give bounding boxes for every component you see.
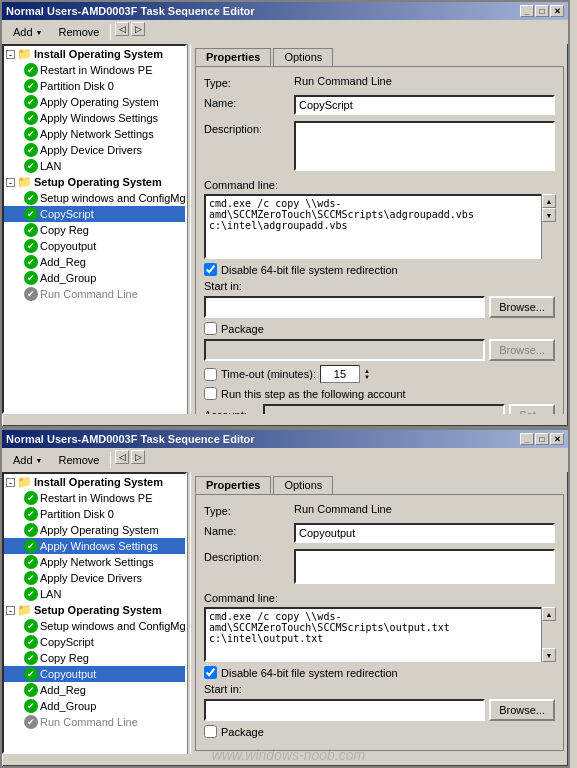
tree-item-w1-1[interactable]: ✔ Partition Disk 0 xyxy=(4,78,185,94)
tree-item-w2-2[interactable]: ✔ Apply Operating System xyxy=(4,522,185,538)
scroll-down-1[interactable]: ▼ xyxy=(542,208,556,222)
tree-item-label-w1-g2-5: Add_Group xyxy=(40,272,96,284)
toolbar-icon-2a[interactable]: ◁ xyxy=(115,450,129,464)
description-label-2: Description: xyxy=(204,549,294,563)
timeout-input-1[interactable] xyxy=(320,365,360,383)
tree-item-w1-4[interactable]: ✔ Apply Network Settings xyxy=(4,126,185,142)
browse2-btn-1[interactable]: Browse... xyxy=(489,339,555,361)
toolbar-2: Add ▼ Remove ◁ ▷ xyxy=(2,448,568,472)
tree-item-w1-g2-6[interactable]: ✔ Run Command Line xyxy=(4,286,185,302)
maximize-btn-2[interactable]: □ xyxy=(535,433,549,445)
add-menu-2[interactable]: Add ▼ xyxy=(6,450,50,470)
expander-g2[interactable]: - xyxy=(6,178,15,187)
expander-2-g2[interactable]: - xyxy=(6,606,15,615)
runas-checkbox-1[interactable] xyxy=(204,387,217,400)
scroll-down-2[interactable]: ▼ xyxy=(542,648,556,662)
cmdline-wrapper-2: cmd.exe /c copy \\wds-amd\SCCMZeroTouch\… xyxy=(204,607,555,662)
tree-panel-1[interactable]: - 📁 Install Operating System ✔ Restart i… xyxy=(2,44,187,414)
status-icon-w2-g2-4: ✔ xyxy=(24,683,38,697)
set-btn-1[interactable]: Set... xyxy=(509,404,555,414)
toolbar-icon-1b[interactable]: ▷ xyxy=(131,22,145,36)
tree-group2-1-label: Install Operating System xyxy=(34,476,163,488)
maximize-btn-1[interactable]: □ xyxy=(535,5,549,17)
close-btn-2[interactable]: ✕ xyxy=(550,433,564,445)
tree-item-w1-0[interactable]: ✔ Restart in Windows PE xyxy=(4,62,185,78)
tree-panel-2[interactable]: - 📁 Install Operating System ✔ Restart i… xyxy=(2,472,187,754)
toolbar-icon-1a[interactable]: ◁ xyxy=(115,22,129,36)
timeout-row-1: Time-out (minutes): ▲▼ xyxy=(204,365,555,383)
runas-row-1: Run this step as the following account xyxy=(204,387,555,400)
tree-item-w2-3[interactable]: ✔ Apply Windows Settings xyxy=(4,538,185,554)
tab-options-2[interactable]: Options xyxy=(273,476,333,494)
name-input-2[interactable] xyxy=(294,523,555,543)
toolbar-icon-2b[interactable]: ▷ xyxy=(131,450,145,464)
tree-item-w1-g2-5[interactable]: ✔ Add_Group xyxy=(4,270,185,286)
browse-btn-1[interactable]: Browse... xyxy=(489,296,555,318)
disable64-checkbox-1[interactable] xyxy=(204,263,217,276)
tab-options-1[interactable]: Options xyxy=(273,48,333,66)
scroll-up-1[interactable]: ▲ xyxy=(542,194,556,208)
tree-item-w2-g2-5[interactable]: ✔ Add_Group xyxy=(4,698,185,714)
tree-group2-2-label: Setup Operating System xyxy=(34,604,162,616)
description-input-1[interactable] xyxy=(294,121,555,171)
tree-item-w1-g2-2[interactable]: ✔ Copy Reg xyxy=(4,222,185,238)
cmdline-area-2[interactable]: cmd.exe /c copy \\wds-amd\SCCMZeroTouch\… xyxy=(204,607,555,662)
tree-item-label-w1-0: Restart in Windows PE xyxy=(40,64,152,76)
tree-item-w1-g2-0[interactable]: ✔ Setup windows and ConfigMgr xyxy=(4,190,185,206)
status-icon-w1-2: ✔ xyxy=(24,95,38,109)
close-btn-1[interactable]: ✕ xyxy=(550,5,564,17)
tab-properties-1[interactable]: Properties xyxy=(195,48,271,66)
remove-btn-2[interactable]: Remove xyxy=(52,450,107,470)
remove-btn-1[interactable]: Remove xyxy=(52,22,107,42)
tree-item-w2-g2-2[interactable]: ✔ Copy Reg xyxy=(4,650,185,666)
spinner-arrows-1[interactable]: ▲▼ xyxy=(364,368,370,380)
tree-group-2-1-header[interactable]: - 📁 Install Operating System xyxy=(4,474,185,490)
tree-item-w2-g2-1[interactable]: ✔ CopyScript xyxy=(4,634,185,650)
expander-2-g1[interactable]: - xyxy=(6,478,15,487)
tab-properties-2[interactable]: Properties xyxy=(195,476,271,494)
scroll-up-2[interactable]: ▲ xyxy=(542,607,556,621)
status-icon-w1-g2-4: ✔ xyxy=(24,255,38,269)
package-checkbox-2[interactable] xyxy=(204,725,217,738)
tree-item-w1-3[interactable]: ✔ Apply Windows Settings xyxy=(4,110,185,126)
expander-g1[interactable]: - xyxy=(6,50,15,59)
toolbar-1: Add ▼ Remove ◁ ▷ xyxy=(2,20,568,44)
tree-item-w2-g2-6[interactable]: ✔ Run Command Line xyxy=(4,714,185,730)
tree-item-w2-1[interactable]: ✔ Partition Disk 0 xyxy=(4,506,185,522)
tree-item-w1-5[interactable]: ✔ Apply Device Drivers xyxy=(4,142,185,158)
package-input-1[interactable] xyxy=(204,339,485,361)
timeout-checkbox-1[interactable] xyxy=(204,368,217,381)
startin-input-1[interactable] xyxy=(204,296,485,318)
cmdline-scrollbar-1[interactable]: ▲ ▼ xyxy=(541,194,555,259)
tree-item-w2-4[interactable]: ✔ Apply Network Settings xyxy=(4,554,185,570)
account-input-1[interactable] xyxy=(263,404,505,414)
tab-bar-2: Properties Options xyxy=(195,476,564,494)
status-icon-w2-1: ✔ xyxy=(24,507,38,521)
title-2: Normal Users-AMD0003F Task Sequence Edit… xyxy=(6,433,255,445)
minimize-btn-2[interactable]: _ xyxy=(520,433,534,445)
tree-item-w1-6[interactable]: ✔ LAN xyxy=(4,158,185,174)
tree-item-w1-2[interactable]: ✔ Apply Operating System xyxy=(4,94,185,110)
name-input-1[interactable] xyxy=(294,95,555,115)
add-menu-1[interactable]: Add ▼ xyxy=(6,22,50,42)
cmdline-scrollbar-2[interactable]: ▲ ▼ xyxy=(541,607,555,662)
tree-item-w2-g2-4[interactable]: ✔ Add_Reg xyxy=(4,682,185,698)
tree-item-w1-g2-1[interactable]: ✔ CopyScript xyxy=(4,206,185,222)
tree-item-w2-0[interactable]: ✔ Restart in Windows PE xyxy=(4,490,185,506)
tree-item-w2-6[interactable]: ✔ LAN xyxy=(4,586,185,602)
tree-item-w2-5[interactable]: ✔ Apply Device Drivers xyxy=(4,570,185,586)
package-checkbox-1[interactable] xyxy=(204,322,217,335)
tree-item-w2-g2-3[interactable]: ✔ Copyoutput xyxy=(4,666,185,682)
tree-group-2-header[interactable]: - 📁 Setup Operating System xyxy=(4,174,185,190)
tree-item-w2-g2-0[interactable]: ✔ Setup windows and ConfigMgr xyxy=(4,618,185,634)
tree-group-1-header[interactable]: - 📁 Install Operating System xyxy=(4,46,185,62)
disable64-checkbox-2[interactable] xyxy=(204,666,217,679)
startin-input-2[interactable] xyxy=(204,699,485,721)
cmdline-area-1[interactable]: cmd.exe /c copy \\wds-amd\SCCMZeroTouch\… xyxy=(204,194,555,259)
minimize-btn-1[interactable]: _ xyxy=(520,5,534,17)
tree-group-2-2-header[interactable]: - 📁 Setup Operating System xyxy=(4,602,185,618)
description-input-2[interactable] xyxy=(294,549,555,584)
tree-item-w1-g2-4[interactable]: ✔ Add_Reg xyxy=(4,254,185,270)
browse-btn-2[interactable]: Browse... xyxy=(489,699,555,721)
tree-item-w1-g2-3[interactable]: ✔ Copyoutput xyxy=(4,238,185,254)
